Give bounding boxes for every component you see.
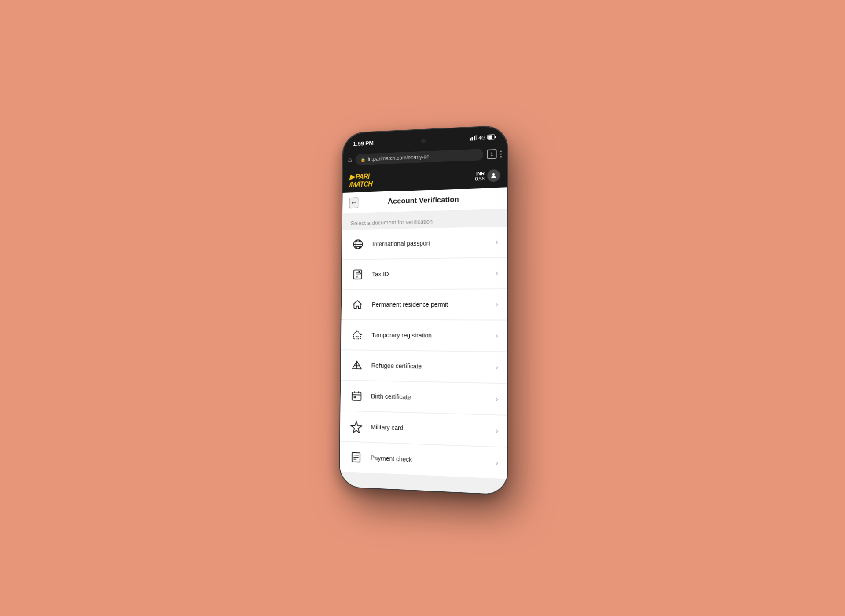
svg-rect-2: [474, 136, 475, 140]
status-time: 1:59 PM: [353, 139, 374, 147]
home-check-icon: [350, 297, 365, 312]
phone-screen: 1:59 PM 4G: [340, 126, 507, 495]
browser-tab-button[interactable]: 1: [487, 149, 496, 159]
svg-rect-0: [470, 138, 471, 141]
browser-url-text: in.parimatch.com/en/my-ac: [368, 154, 429, 162]
svg-rect-5: [495, 136, 496, 138]
header-account: INR 0.56: [475, 169, 500, 183]
user-avatar[interactable]: [487, 169, 500, 182]
logo[interactable]: ▶ PARI /MATCH: [349, 172, 373, 188]
chevron-icon: ›: [496, 269, 498, 277]
chevron-icon: ›: [496, 427, 498, 435]
calendar-icon: [349, 388, 364, 404]
logo-pari: ▶ PARI: [349, 172, 372, 180]
doc-item-tax-id[interactable]: Tax ID ›: [342, 258, 507, 290]
battery-icon: [487, 134, 496, 141]
content-area: Select a document for verification: [340, 209, 507, 495]
logo-match: /MATCH: [349, 180, 372, 188]
doc-label-payment-check: Payment check: [371, 454, 489, 466]
header-amount: 0.56: [475, 176, 485, 182]
back-button[interactable]: ←: [349, 197, 358, 208]
signal-icon: [470, 135, 477, 142]
doc-item-military-card[interactable]: Military card ›: [340, 411, 507, 447]
chevron-icon: ›: [496, 363, 498, 372]
header-currency: INR: [475, 171, 485, 176]
doc-label-tax-id: Tax ID: [372, 270, 489, 278]
phone-notch: [396, 134, 452, 148]
doc-item-permanent-residence[interactable]: Permanent residence permit ›: [342, 289, 507, 320]
phone-wrapper: 1:59 PM 4G: [339, 128, 506, 488]
svg-rect-3: [476, 135, 477, 140]
status-icons: 4G: [470, 134, 496, 142]
svg-rect-6: [488, 135, 492, 139]
svg-rect-1: [471, 137, 473, 140]
doc-label-permanent-residence: Permanent residence permit: [372, 301, 489, 308]
chevron-icon: ›: [496, 395, 498, 403]
browser-home-button[interactable]: ⌂: [348, 156, 352, 164]
doc-label-refugee-certificate: Refugee certificate: [371, 362, 489, 371]
phone-frame: 1:59 PM 4G: [340, 126, 507, 495]
globe-icon: [350, 236, 366, 252]
chevron-icon: ›: [496, 301, 498, 308]
tent-icon: [349, 357, 364, 373]
tax-icon: [350, 267, 365, 282]
doc-label-birth-certificate: Birth certificate: [371, 392, 489, 403]
svg-point-7: [492, 173, 495, 176]
home-dashed-icon: [349, 327, 365, 343]
svg-rect-25: [354, 396, 356, 398]
document-lines-icon: [348, 449, 364, 465]
document-list: International passport ›: [340, 227, 507, 480]
doc-item-international-passport[interactable]: International passport ›: [342, 227, 507, 260]
wifi-icon: 4G: [478, 135, 485, 141]
page-title: Account Verification: [388, 195, 459, 206]
doc-label-temporary-registration: Temporary registration: [371, 331, 489, 339]
doc-item-birth-certificate[interactable]: Birth certificate ›: [341, 381, 507, 415]
doc-item-temporary-registration[interactable]: Temporary registration ›: [341, 320, 507, 352]
svg-rect-13: [354, 270, 362, 279]
svg-rect-21: [352, 392, 361, 400]
header-balance: INR 0.56: [475, 171, 485, 182]
front-camera: [421, 139, 426, 143]
doc-label-international-passport: International passport: [372, 238, 489, 247]
chevron-icon: ›: [496, 332, 498, 340]
chevron-icon: ›: [496, 238, 498, 246]
lock-icon: 🔒: [360, 157, 365, 162]
doc-label-military-card: Military card: [371, 423, 488, 434]
browser-menu-button[interactable]: [500, 150, 502, 157]
doc-item-payment-check[interactable]: Payment check ›: [340, 442, 507, 480]
chevron-icon: ›: [496, 459, 498, 467]
browser-url-bar[interactable]: 🔒 in.parimatch.com/en/my-ac: [355, 149, 483, 165]
star-icon: [349, 418, 364, 435]
doc-item-refugee-certificate[interactable]: Refugee certificate ›: [341, 350, 507, 383]
